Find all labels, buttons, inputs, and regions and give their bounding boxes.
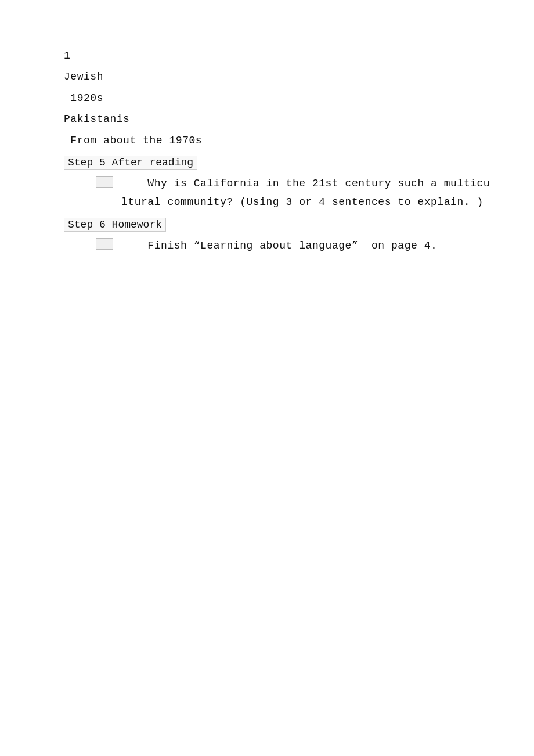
step6-line: Step 6 Homework bbox=[64, 218, 470, 232]
step5-line: Step 5 After reading bbox=[64, 156, 470, 170]
from-1970s-line: From about the 1970s bbox=[64, 131, 470, 150]
number-line: 1 bbox=[64, 46, 470, 65]
question-block: Why is California in the 21st century su… bbox=[96, 174, 470, 212]
1920s-line: 1920s bbox=[64, 89, 470, 107]
question-text: Why is California in the 21st century su… bbox=[121, 174, 490, 212]
pakistanis-line: Pakistanis bbox=[64, 110, 470, 128]
homework-text: Finish “Learning about language” on page… bbox=[121, 236, 437, 255]
jewish-line: Jewish bbox=[64, 67, 470, 86]
question-checkbox[interactable] bbox=[96, 176, 113, 188]
step5-label: Step 5 After reading bbox=[64, 156, 197, 170]
step6-label: Step 6 Homework bbox=[64, 218, 166, 232]
main-content: 1 Jewish 1920s Pakistanis From about the… bbox=[64, 46, 470, 255]
homework-block: Finish “Learning about language” on page… bbox=[96, 236, 470, 255]
homework-checkbox[interactable] bbox=[96, 238, 113, 250]
